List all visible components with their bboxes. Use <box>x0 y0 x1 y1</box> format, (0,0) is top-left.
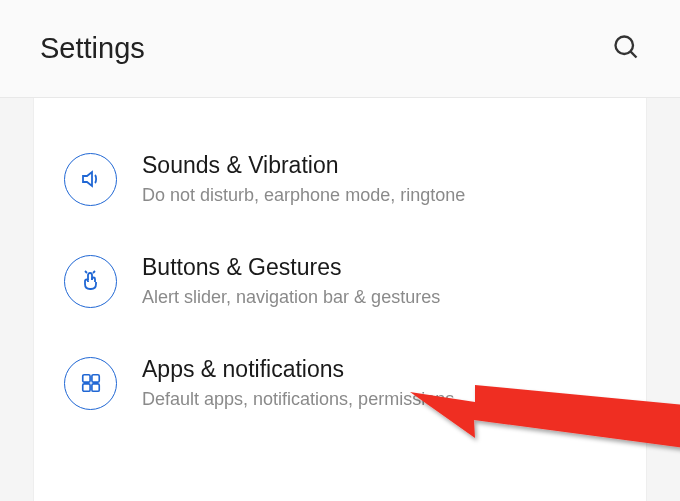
svg-rect-3 <box>91 375 98 382</box>
item-text: Apps & notifications Default apps, notif… <box>142 356 454 410</box>
item-subtitle: Do not disturb, earphone mode, ringtone <box>142 185 465 206</box>
item-title: Apps & notifications <box>142 356 454 383</box>
gesture-icon <box>64 255 117 308</box>
search-button[interactable] <box>612 33 640 65</box>
svg-rect-5 <box>91 384 98 391</box>
svg-line-1 <box>631 51 637 57</box>
svg-point-0 <box>616 36 634 54</box>
item-sounds-vibration[interactable]: Sounds & Vibration Do not disturb, earph… <box>34 128 646 230</box>
sound-icon <box>64 153 117 206</box>
search-icon <box>612 33 640 61</box>
item-text: Sounds & Vibration Do not disturb, earph… <box>142 152 465 206</box>
svg-rect-2 <box>82 375 89 382</box>
apps-icon <box>64 357 117 410</box>
item-subtitle: Alert slider, navigation bar & gestures <box>142 287 440 308</box>
item-apps-notifications[interactable]: Apps & notifications Default apps, notif… <box>34 332 646 434</box>
item-title: Sounds & Vibration <box>142 152 465 179</box>
page-title: Settings <box>40 32 145 65</box>
settings-list: Sounds & Vibration Do not disturb, earph… <box>33 98 647 501</box>
header: Settings <box>0 0 680 98</box>
item-title: Buttons & Gestures <box>142 254 440 281</box>
item-text: Buttons & Gestures Alert slider, navigat… <box>142 254 440 308</box>
item-buttons-gestures[interactable]: Buttons & Gestures Alert slider, navigat… <box>34 230 646 332</box>
svg-rect-4 <box>82 384 89 391</box>
item-subtitle: Default apps, notifications, permissions <box>142 389 454 410</box>
